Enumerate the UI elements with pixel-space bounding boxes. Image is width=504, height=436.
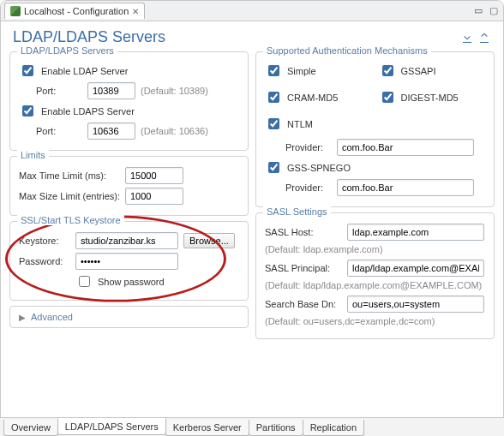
keystore-input[interactable] bbox=[75, 232, 178, 249]
ldaps-port-hint: (Default: 10636) bbox=[141, 126, 208, 136]
basedn-input[interactable] bbox=[347, 296, 484, 313]
ldap-port-hint: (Default: 10389) bbox=[141, 86, 208, 96]
export-icon[interactable] bbox=[477, 31, 491, 45]
auth-mechanisms-group: Supported Authentication Mechanisms Simp… bbox=[255, 51, 495, 207]
window-tab-bar: Localhost - Configuration ✕ ▭ ▢ bbox=[1, 1, 503, 21]
ldap-servers-group: LDAP/LDAPS Servers Enable LDAP Server Po… bbox=[9, 51, 249, 151]
group-legend: Limits bbox=[17, 150, 49, 160]
tab-kerberos[interactable]: Kerberos Server bbox=[165, 420, 249, 436]
gssspnego-checkbox[interactable] bbox=[268, 162, 279, 173]
editor-tab-label: Localhost - Configuration bbox=[24, 6, 129, 16]
tab-replication[interactable]: Replication bbox=[303, 420, 364, 436]
ntlm-label: NTLM bbox=[287, 119, 313, 129]
ntlm-provider-input[interactable] bbox=[337, 139, 474, 156]
minimize-icon[interactable]: ▭ bbox=[472, 6, 484, 16]
time-limit-input[interactable] bbox=[125, 167, 183, 184]
group-legend: SASL Settings bbox=[263, 206, 331, 217]
show-password-label: Show password bbox=[98, 277, 165, 287]
size-limit-label: Max Size Limit (entries): bbox=[19, 191, 120, 201]
provider-label: Provider: bbox=[285, 142, 332, 152]
config-icon bbox=[10, 6, 21, 16]
sasl-host-label: SASL Host: bbox=[265, 227, 342, 237]
sasl-settings-group: SASL Settings SASL Host: (Default: ldap.… bbox=[255, 212, 495, 339]
bottom-tab-bar: Overview LDAP/LDAPS Servers Kerberos Ser… bbox=[0, 417, 504, 436]
digest-label: DIGEST-MD5 bbox=[401, 93, 459, 103]
limits-group: Limits Max Time Limit (ms): Max Size Lim… bbox=[9, 156, 249, 216]
enable-ldaps-checkbox[interactable] bbox=[22, 105, 33, 116]
sasl-principal-label: SASL Principal: bbox=[265, 263, 342, 273]
gssspnego-label: GSS-SPNEGO bbox=[287, 163, 351, 173]
password-label: Password: bbox=[19, 256, 70, 266]
enable-ldaps-label: Enable LDAPS Server bbox=[41, 106, 135, 116]
port-label: Port: bbox=[36, 86, 82, 96]
sasl-principal-hint: (Default: ldap/ldap.example.com@EXAMPLE.… bbox=[265, 280, 485, 290]
group-legend: Supported Authentication Mechanisms bbox=[263, 45, 431, 56]
advanced-label: Advanced bbox=[31, 312, 73, 322]
ssl-keystore-group: SSL/Start TLS Keystore Keystore: Browse.… bbox=[9, 221, 249, 301]
cram-label: CRAM-MD5 bbox=[287, 93, 338, 103]
keystore-label: Keystore: bbox=[19, 236, 70, 246]
ldap-port-input[interactable] bbox=[87, 82, 135, 99]
chevron-right-icon: ▶ bbox=[19, 313, 26, 322]
page-title: LDAP/LDAPS Servers bbox=[13, 28, 165, 46]
gssspnego-provider-input[interactable] bbox=[337, 179, 474, 196]
sasl-host-hint: (Default: ldap.example.com) bbox=[265, 244, 485, 254]
basedn-hint: (Default: ou=users,dc=example,dc=com) bbox=[265, 316, 485, 326]
provider-label: Provider: bbox=[285, 182, 332, 193]
tab-ldap-servers[interactable]: LDAP/LDAPS Servers bbox=[57, 418, 166, 435]
simple-label: Simple bbox=[287, 66, 316, 76]
group-legend: SSL/Start TLS Keystore bbox=[17, 215, 124, 225]
show-password-checkbox[interactable] bbox=[79, 276, 90, 287]
password-input[interactable] bbox=[75, 253, 178, 270]
enable-ldap-label: Enable LDAP Server bbox=[41, 66, 128, 76]
editor-tab[interactable]: Localhost - Configuration ✕ bbox=[4, 3, 145, 19]
group-legend: LDAP/LDAPS Servers bbox=[17, 45, 117, 56]
basedn-label: Search Base Dn: bbox=[265, 299, 342, 309]
simple-checkbox[interactable] bbox=[268, 65, 279, 76]
advanced-section[interactable]: ▶ Advanced bbox=[9, 306, 249, 328]
cram-checkbox[interactable] bbox=[268, 92, 279, 103]
sasl-principal-input[interactable] bbox=[347, 260, 484, 277]
sasl-host-input[interactable] bbox=[347, 224, 484, 241]
ldaps-port-input[interactable] bbox=[87, 122, 135, 140]
ntlm-checkbox[interactable] bbox=[268, 118, 279, 129]
gssapi-checkbox[interactable] bbox=[382, 65, 393, 76]
size-limit-input[interactable] bbox=[125, 188, 183, 205]
digest-checkbox[interactable] bbox=[382, 92, 393, 103]
port-label: Port: bbox=[36, 126, 82, 136]
gssapi-label: GSSAPI bbox=[401, 66, 436, 76]
browse-button[interactable]: Browse... bbox=[183, 233, 235, 248]
tab-partitions[interactable]: Partitions bbox=[249, 420, 303, 436]
maximize-icon[interactable]: ▢ bbox=[488, 6, 500, 16]
import-icon[interactable] bbox=[460, 31, 474, 45]
tab-overview[interactable]: Overview bbox=[3, 420, 58, 436]
time-limit-label: Max Time Limit (ms): bbox=[19, 170, 120, 181]
enable-ldap-checkbox[interactable] bbox=[22, 65, 33, 76]
close-icon[interactable]: ✕ bbox=[132, 7, 139, 16]
